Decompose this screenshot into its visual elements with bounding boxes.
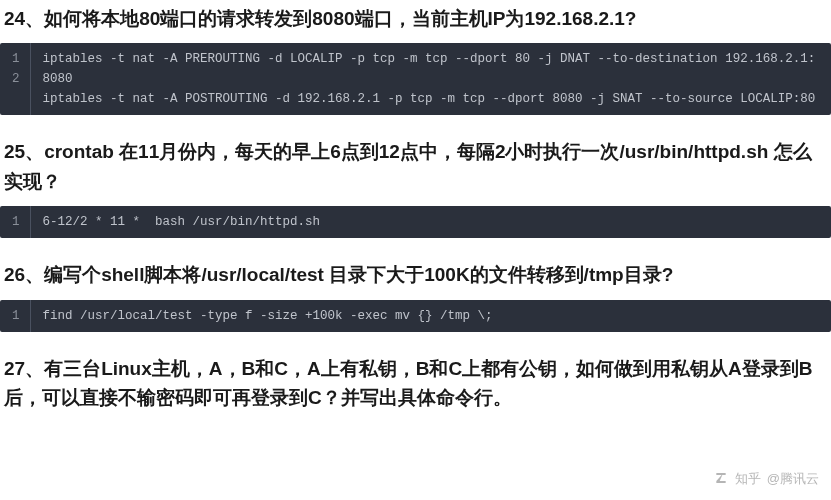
code-content: iptables -t nat -A PREROUTING -d LOCALIP… xyxy=(31,43,831,115)
line-number: 2 xyxy=(12,69,20,89)
code-line: find /usr/local/test -type f -size +100k… xyxy=(43,306,819,326)
line-number-gutter: 1 xyxy=(0,300,31,332)
code-block: 12iptables -t nat -A PREROUTING -d LOCAL… xyxy=(0,43,831,115)
code-content: find /usr/local/test -type f -size +100k… xyxy=(31,300,831,332)
question-heading: 24、如何将本地80端口的请求转发到8080端口，当前主机IP为192.168.… xyxy=(0,0,831,43)
qa-section: 26、编写个shell脚本将/usr/local/test 目录下大于100K的… xyxy=(0,256,831,331)
code-block: 1find /usr/local/test -type f -size +100… xyxy=(0,300,831,332)
code-line: 6-12/2 * 11 * bash /usr/bin/httpd.sh xyxy=(43,212,819,232)
line-number: 1 xyxy=(12,212,20,232)
line-number: 1 xyxy=(12,49,20,69)
question-heading: 25、crontab 在11月份内，每天的早上6点到12点中，每隔2小时执行一次… xyxy=(0,133,831,206)
code-block: 16-12/2 * 11 * bash /usr/bin/httpd.sh xyxy=(0,206,831,238)
question-heading: 26、编写个shell脚本将/usr/local/test 目录下大于100K的… xyxy=(0,256,831,299)
line-number: 1 xyxy=(12,306,20,326)
code-line: iptables -t nat -A PREROUTING -d LOCALIP… xyxy=(43,49,819,89)
line-number-gutter: 1 xyxy=(0,206,31,238)
line-number-gutter: 12 xyxy=(0,43,31,115)
qa-section: 24、如何将本地80端口的请求转发到8080端口，当前主机IP为192.168.… xyxy=(0,0,831,115)
code-line: iptables -t nat -A POSTROUTING -d 192.16… xyxy=(43,89,819,109)
qa-section: 27、有三台Linux主机，A，B和C，A上有私钥，B和C上都有公钥，如何做到用… xyxy=(0,350,831,423)
qa-section: 25、crontab 在11月份内，每天的早上6点到12点中，每隔2小时执行一次… xyxy=(0,133,831,238)
code-content: 6-12/2 * 11 * bash /usr/bin/httpd.sh xyxy=(31,206,831,238)
question-heading: 27、有三台Linux主机，A，B和C，A上有私钥，B和C上都有公钥，如何做到用… xyxy=(0,350,831,423)
